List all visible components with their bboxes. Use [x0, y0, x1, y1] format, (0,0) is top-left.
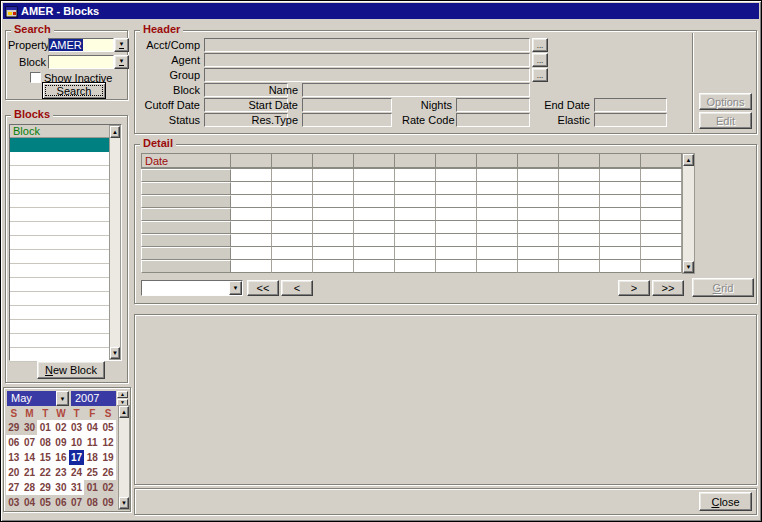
new-block-button[interactable]: New Block [37, 361, 105, 379]
calendar-day[interactable]: 24 [69, 465, 85, 480]
agent-field[interactable] [204, 53, 530, 67]
scroll-down-icon[interactable]: ▼ [683, 261, 694, 273]
list-item[interactable] [10, 250, 110, 264]
detail-grid-cell[interactable] [477, 208, 518, 221]
detail-grid-cell[interactable] [641, 208, 682, 221]
detail-grid-cell[interactable] [231, 260, 272, 273]
calendar-day[interactable]: 18 [84, 450, 100, 465]
detail-grid-cell[interactable] [313, 234, 354, 247]
detail-grid-cell[interactable] [313, 169, 354, 182]
list-item[interactable] [10, 334, 110, 348]
detail-grid-cell[interactable] [436, 195, 477, 208]
detail-grid-cell[interactable] [354, 182, 395, 195]
scrollbar-track[interactable] [110, 138, 120, 347]
detail-grid-cell[interactable] [231, 208, 272, 221]
calendar-day[interactable]: 05 [37, 495, 53, 510]
list-item[interactable] [10, 320, 110, 334]
elastic-field[interactable] [594, 113, 667, 127]
blocks-selected-row[interactable] [10, 138, 110, 152]
detail-grid-cell[interactable] [477, 260, 518, 273]
detail-grid-cell[interactable] [395, 208, 436, 221]
calendar-day[interactable]: 29 [6, 420, 22, 435]
blocks-list-column-header[interactable]: Block [10, 125, 121, 138]
detail-grid-cell[interactable] [436, 182, 477, 195]
detail-grid-cell[interactable] [477, 221, 518, 234]
options-button[interactable]: Options [699, 93, 752, 110]
calendar-day[interactable]: 14 [22, 450, 38, 465]
detail-grid-cell[interactable] [600, 195, 641, 208]
detail-grid-cell[interactable] [313, 182, 354, 195]
detail-grid-cell[interactable] [600, 169, 641, 182]
month-dropdown-icon[interactable]: ▼ [56, 391, 69, 406]
detail-grid-cell[interactable] [641, 221, 682, 234]
calendar-day[interactable]: 03 [6, 495, 22, 510]
detail-grid-cell[interactable] [600, 208, 641, 221]
detail-grid-cell[interactable] [518, 208, 559, 221]
detail-grid-cell[interactable] [395, 260, 436, 273]
detail-grid-cell[interactable] [395, 234, 436, 247]
detail-grid-cell[interactable] [600, 182, 641, 195]
detail-view-dropdown-icon[interactable]: ▼ [229, 281, 242, 295]
scrollbar-track[interactable] [683, 166, 694, 261]
calendar-day[interactable]: 15 [37, 450, 53, 465]
detail-grid-cell[interactable] [559, 169, 600, 182]
detail-grid-cell[interactable] [231, 182, 272, 195]
detail-grid-cell[interactable] [559, 221, 600, 234]
detail-grid-cell[interactable] [272, 195, 313, 208]
search-button[interactable]: Search [42, 82, 106, 99]
calendar-day[interactable]: 25 [84, 465, 100, 480]
detail-grid-cell[interactable] [313, 247, 354, 260]
list-item[interactable] [10, 180, 110, 194]
detail-grid-cell[interactable] [272, 260, 313, 273]
res-type-field[interactable] [302, 113, 392, 127]
list-item[interactable] [10, 278, 110, 292]
calendar-day[interactable]: 21 [22, 465, 38, 480]
calendar-day[interactable]: 10 [69, 435, 85, 450]
detail-grid-cell[interactable] [231, 247, 272, 260]
detail-grid-cell[interactable] [231, 221, 272, 234]
calendar-day[interactable]: 01 [37, 420, 53, 435]
calendar-day[interactable]: 09 [100, 495, 116, 510]
scroll-up-icon[interactable]: ▲ [119, 406, 129, 418]
detail-grid-cell[interactable] [395, 195, 436, 208]
titlebar[interactable]: AMER - Blocks [3, 3, 759, 19]
calendar-day[interactable]: 19 [100, 450, 116, 465]
detail-grid-cell[interactable] [559, 182, 600, 195]
detail-grid-cell[interactable] [272, 234, 313, 247]
list-item[interactable] [10, 208, 110, 222]
detail-grid-cell[interactable] [518, 260, 559, 273]
detail-grid-cell[interactable] [231, 169, 272, 182]
calendar-year-field[interactable]: 2007 [71, 391, 116, 406]
detail-grid-cell[interactable] [641, 182, 682, 195]
list-item[interactable] [10, 292, 110, 306]
detail-grid-cell[interactable] [559, 234, 600, 247]
calendar-month-select[interactable]: May [7, 391, 56, 406]
detail-grid-cell[interactable] [518, 221, 559, 234]
acct-comp-browse-button[interactable]: ... [532, 38, 548, 52]
rate-code-field[interactable] [456, 113, 530, 127]
list-item[interactable] [10, 152, 110, 166]
detail-grid-cell[interactable] [641, 234, 682, 247]
detail-grid-cell[interactable] [272, 247, 313, 260]
detail-grid-cell[interactable] [559, 247, 600, 260]
calendar-day[interactable]: 12 [100, 435, 116, 450]
list-item[interactable] [10, 166, 110, 180]
detail-grid-cell[interactable] [354, 234, 395, 247]
calendar-day[interactable]: 29 [37, 480, 53, 495]
calendar-day[interactable]: 26 [100, 465, 116, 480]
calendar-day[interactable]: 31 [69, 480, 85, 495]
detail-grid-cell[interactable] [518, 247, 559, 260]
calendar-day[interactable]: 20 [6, 465, 22, 480]
block-search-input[interactable] [48, 55, 114, 69]
detail-grid-cell[interactable] [354, 208, 395, 221]
detail-grid-cell[interactable] [436, 169, 477, 182]
detail-grid-cell[interactable] [313, 221, 354, 234]
calendar-day[interactable]: 02 [53, 420, 69, 435]
detail-grid-cell[interactable] [641, 169, 682, 182]
calendar-day[interactable]: 08 [37, 435, 53, 450]
detail-grid-cell[interactable] [395, 182, 436, 195]
calendar-day[interactable]: 07 [22, 435, 38, 450]
calendar-day[interactable]: 06 [53, 495, 69, 510]
scroll-down-icon[interactable]: ▼ [119, 497, 129, 509]
detail-grid-cell[interactable] [231, 234, 272, 247]
